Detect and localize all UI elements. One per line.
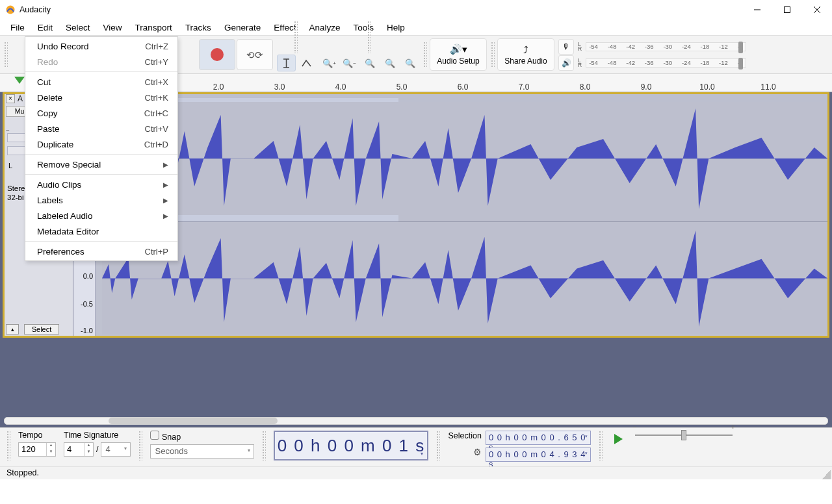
zoom-in-button[interactable]: 🔍+	[320, 55, 339, 71]
audio-setup-button[interactable]: 🔊▾Audio Setup	[430, 38, 487, 71]
toolbar-grip[interactable]	[599, 431, 603, 460]
menu-view[interactable]: View	[97, 21, 129, 34]
selection-end-input[interactable]: 0 0 h 0 0 m 0 4 . 9 3 4 s▾	[486, 447, 591, 462]
menu-item-cut[interactable]: CutCtrl+X	[25, 74, 177, 90]
app-title: Audacity	[20, 5, 51, 14]
menu-item-undo[interactable]: Undo RecordCtrl+Z	[25, 38, 177, 54]
window-maximize-button[interactable]	[772, 0, 802, 19]
play-icon	[614, 434, 623, 444]
toolbar-grip[interactable]	[4, 42, 8, 68]
meter-lr-label: LR	[578, 58, 582, 68]
window-close-button[interactable]	[802, 0, 832, 19]
tempo-label: Tempo	[18, 431, 56, 440]
menu-transport[interactable]: Transport	[129, 21, 179, 34]
time-signature-numerator[interactable]: 4▲▼	[64, 442, 94, 457]
waveform-channel-right[interactable]	[102, 221, 827, 334]
waveform-area[interactable]	[96, 94, 827, 336]
edit-menu-dropdown: Undo RecordCtrl+Z RedoCtrl+Y CutCtrl+X D…	[25, 36, 178, 261]
titlebar: Audacity	[0, 0, 832, 19]
menu-generate[interactable]: Generate	[218, 21, 267, 34]
toolbar-grip[interactable]	[262, 431, 266, 460]
menu-item-remove-special[interactable]: Remove Special▶	[25, 157, 177, 172]
loop-button[interactable]: ⟲⟳	[237, 39, 273, 70]
tempo-field: Tempo 120▲▼	[18, 431, 56, 457]
pan-l-label: L	[8, 162, 12, 170]
menu-select[interactable]: Select	[59, 21, 97, 34]
time-display[interactable]: 0 0 h 0 0 m 0 1 s▾	[274, 431, 428, 460]
fit-project-button[interactable]: 🔍	[380, 55, 399, 71]
track-format-label: Stere32-bi	[7, 184, 25, 202]
play-speed-slider[interactable]: − +	[635, 431, 733, 440]
fit-selection-button[interactable]: 🔍	[360, 55, 379, 71]
window-minimize-button[interactable]	[742, 0, 772, 19]
zoom-toggle-button[interactable]: 🔍	[400, 55, 419, 71]
setup-toolbar: 🔊▾Audio Setup	[423, 38, 487, 71]
playback-meter[interactable]: -54-48-42-36-30-24-18-12-6	[586, 58, 746, 68]
toolbar-grip[interactable]	[6, 431, 10, 460]
snap-units-select[interactable]: Seconds▾	[150, 444, 254, 459]
selection-block: Selection ⚙ 0 0 h 0 0 m 0 0 . 6 5 0 s▾ 0…	[448, 431, 590, 462]
horizontal-scrollbar[interactable]	[4, 417, 828, 425]
meter-lr-label: LR	[578, 42, 582, 51]
time-selection-bar: Tempo 120▲▼ Time Signature 4▲▼ / 4▾ Snap…	[0, 427, 832, 466]
menu-file[interactable]: File	[4, 21, 31, 34]
menu-item-paste[interactable]: PasteCtrl+V	[25, 121, 177, 136]
status-text: Stopped.	[6, 468, 39, 477]
menu-tracks[interactable]: Tracks	[179, 21, 218, 34]
zoom-out-button[interactable]: 🔍−	[340, 55, 359, 71]
ruler-ticks: 2.0 3.0 4.0 5.0 6.0 7.0 8.0 9.0 10.0 11.…	[94, 74, 832, 92]
toolbar-grip[interactable]	[423, 42, 427, 68]
menu-item-copy[interactable]: CopyCtrl+C	[25, 105, 177, 121]
selection-label: Selection	[448, 432, 481, 440]
time-signature-field: Time Signature 4▲▼ / 4▾	[64, 431, 131, 457]
toolbar-grip[interactable]	[436, 431, 440, 460]
audio-clip[interactable]	[102, 98, 827, 332]
time-signature-separator: /	[96, 445, 98, 454]
record-button[interactable]	[199, 39, 235, 70]
track-close-button[interactable]: ×	[6, 94, 15, 103]
scrollbar-thumb[interactable]	[109, 418, 278, 424]
menu-item-delete[interactable]: DeleteCtrl+K	[25, 90, 177, 105]
record-meter-slider[interactable]	[738, 42, 743, 53]
track-collapse-button[interactable]: ▴	[6, 324, 19, 334]
menu-item-labels[interactable]: Labels▶	[25, 192, 177, 208]
status-bar: Stopped.	[0, 466, 832, 479]
selection-settings-icon[interactable]: ⚙	[473, 447, 482, 457]
menu-item-labeled-audio[interactable]: Labeled Audio▶	[25, 208, 177, 223]
record-meter[interactable]: -54-48-42-36-30-24-18-12-6	[586, 42, 746, 51]
toolbar-grip[interactable]	[367, 21, 371, 53]
envelope-tool[interactable]	[297, 55, 316, 71]
share-audio-label: Share Audio	[504, 57, 547, 66]
share-audio-button[interactable]: ⤴Share Audio	[497, 38, 554, 71]
tempo-input[interactable]: 120▲▼	[18, 442, 56, 457]
menu-item-metadata-editor[interactable]: Metadata Editor	[25, 223, 177, 239]
share-toolbar: ⤴Share Audio	[491, 38, 554, 71]
toolbar-grip[interactable]	[138, 431, 142, 460]
menu-item-redo[interactable]: RedoCtrl+Y	[25, 54, 177, 69]
menu-item-preferences[interactable]: PreferencesCtrl+P	[25, 244, 177, 259]
menu-item-audio-clips[interactable]: Audio Clips▶	[25, 177, 177, 192]
track-select-button[interactable]: Select	[24, 324, 59, 334]
play-at-speed-button[interactable]	[610, 431, 627, 447]
track-name[interactable]: A	[18, 94, 23, 103]
speed-slider-thumb[interactable]	[681, 430, 686, 440]
svg-point-0	[6, 6, 15, 14]
playback-meter-button[interactable]: 🔊	[558, 55, 574, 71]
waveform-channel-left[interactable]	[102, 102, 827, 215]
record-meter-button[interactable]: 🎙	[558, 39, 574, 55]
playback-meter-slider[interactable]	[738, 58, 743, 69]
selection-start-input[interactable]: 0 0 h 0 0 m 0 0 . 6 5 0 s▾	[486, 431, 591, 445]
record-icon	[211, 48, 224, 61]
menu-item-duplicate[interactable]: DuplicateCtrl+D	[25, 136, 177, 152]
time-signature-denominator[interactable]: 4▾	[101, 442, 131, 457]
resize-grip[interactable]	[822, 470, 831, 479]
menu-edit[interactable]: Edit	[31, 21, 59, 34]
toolbar-grip[interactable]	[294, 21, 298, 53]
time-signature-label: Time Signature	[64, 431, 131, 440]
snap-checkbox[interactable]	[150, 431, 159, 440]
play-head-icon[interactable]	[14, 77, 25, 84]
selection-tool[interactable]	[277, 55, 296, 71]
toolbar-grip[interactable]	[491, 42, 495, 68]
audio-setup-label: Audio Setup	[437, 57, 479, 66]
loop-icon: ⟲⟳	[246, 50, 263, 60]
